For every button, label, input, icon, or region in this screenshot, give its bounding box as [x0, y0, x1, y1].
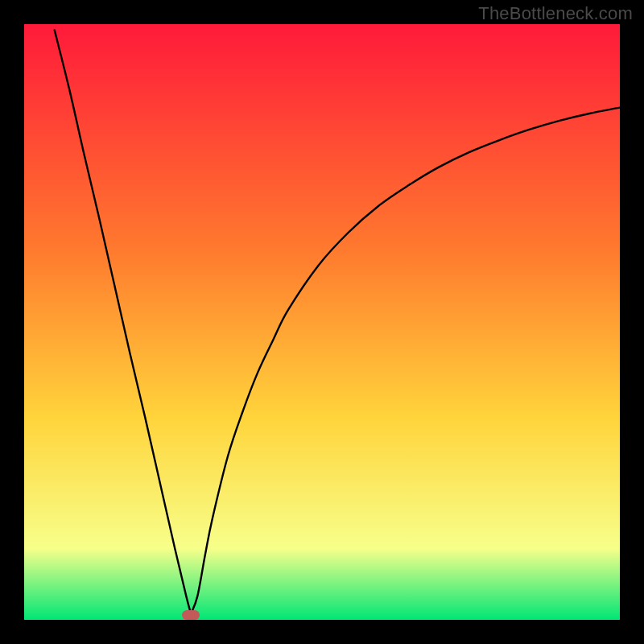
watermark-text: TheBottleneck.com — [478, 3, 633, 24]
minimum-marker — [182, 610, 200, 620]
bottleneck-plot — [24, 24, 620, 620]
chart-frame: TheBottleneck.com — [0, 0, 644, 644]
heat-gradient — [24, 24, 620, 620]
